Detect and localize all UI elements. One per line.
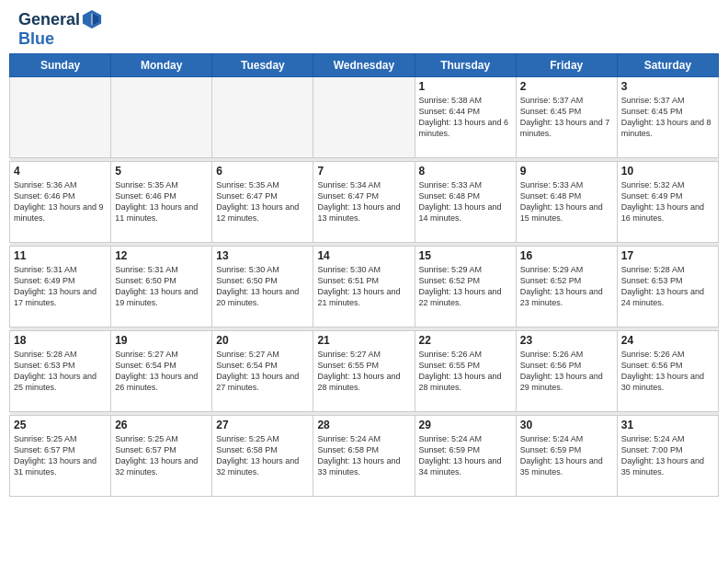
- table-row: 22 Sunrise: 5:26 AM Sunset: 6:55 PM Dayl…: [415, 331, 516, 412]
- day-number: 16: [520, 249, 613, 262]
- day-info: Sunrise: 5:38 AM Sunset: 6:44 PM Dayligh…: [419, 95, 512, 140]
- table-row: 13 Sunrise: 5:30 AM Sunset: 6:50 PM Dayl…: [212, 247, 313, 327]
- day-number: 1: [419, 80, 512, 93]
- table-row: 8 Sunrise: 5:33 AM Sunset: 6:48 PM Dayli…: [415, 162, 516, 243]
- table-row: [10, 77, 111, 158]
- day-number: 21: [317, 334, 410, 347]
- table-row: [313, 77, 415, 158]
- calendar-week-row: 25 Sunrise: 5:25 AM Sunset: 6:57 PM Dayl…: [10, 416, 719, 497]
- day-info: Sunrise: 5:26 AM Sunset: 6:56 PM Dayligh…: [621, 349, 714, 394]
- table-row: 29 Sunrise: 5:24 AM Sunset: 6:59 PM Dayl…: [415, 416, 516, 497]
- day-info: Sunrise: 5:29 AM Sunset: 6:52 PM Dayligh…: [419, 264, 512, 309]
- logo: General Blue: [18, 9, 102, 49]
- table-row: 4 Sunrise: 5:36 AM Sunset: 6:46 PM Dayli…: [10, 162, 111, 243]
- day-number: 20: [216, 334, 309, 347]
- day-number: 14: [317, 249, 410, 262]
- header-tuesday: Tuesday: [212, 54, 313, 77]
- day-info: Sunrise: 5:37 AM Sunset: 6:45 PM Dayligh…: [621, 95, 714, 140]
- day-info: Sunrise: 5:24 AM Sunset: 7:00 PM Dayligh…: [621, 433, 714, 478]
- logo-general: General: [18, 10, 80, 29]
- day-number: 10: [621, 165, 714, 178]
- table-row: 10 Sunrise: 5:32 AM Sunset: 6:49 PM Dayl…: [617, 162, 718, 243]
- day-info: Sunrise: 5:25 AM Sunset: 6:57 PM Dayligh…: [14, 433, 107, 478]
- logo-icon: [82, 9, 102, 29]
- day-number: 15: [419, 249, 512, 262]
- table-row: 3 Sunrise: 5:37 AM Sunset: 6:45 PM Dayli…: [617, 77, 718, 158]
- day-number: 19: [115, 334, 208, 347]
- table-row: 7 Sunrise: 5:34 AM Sunset: 6:47 PM Dayli…: [313, 162, 415, 243]
- table-row: 14 Sunrise: 5:30 AM Sunset: 6:51 PM Dayl…: [313, 247, 415, 327]
- calendar: Sunday Monday Tuesday Wednesday Thursday…: [0, 53, 728, 506]
- day-info: Sunrise: 5:29 AM Sunset: 6:52 PM Dayligh…: [520, 264, 613, 309]
- day-info: Sunrise: 5:26 AM Sunset: 6:56 PM Dayligh…: [520, 349, 613, 394]
- day-info: Sunrise: 5:27 AM Sunset: 6:55 PM Dayligh…: [317, 349, 410, 394]
- table-row: 6 Sunrise: 5:35 AM Sunset: 6:47 PM Dayli…: [212, 162, 313, 243]
- day-number: 17: [621, 249, 714, 262]
- day-info: Sunrise: 5:28 AM Sunset: 6:53 PM Dayligh…: [14, 349, 107, 394]
- day-info: Sunrise: 5:28 AM Sunset: 6:53 PM Dayligh…: [621, 264, 714, 309]
- day-info: Sunrise: 5:24 AM Sunset: 6:58 PM Dayligh…: [317, 433, 410, 478]
- table-row: 25 Sunrise: 5:25 AM Sunset: 6:57 PM Dayl…: [10, 416, 111, 497]
- table-row: [111, 77, 212, 158]
- day-info: Sunrise: 5:35 AM Sunset: 6:47 PM Dayligh…: [216, 179, 309, 224]
- table-row: 11 Sunrise: 5:31 AM Sunset: 6:49 PM Dayl…: [10, 247, 111, 327]
- calendar-week-row: 18 Sunrise: 5:28 AM Sunset: 6:53 PM Dayl…: [10, 331, 719, 412]
- table-row: [212, 77, 313, 158]
- header-sunday: Sunday: [10, 54, 111, 77]
- day-number: 30: [520, 419, 613, 431]
- day-number: 5: [115, 165, 208, 178]
- table-row: 31 Sunrise: 5:24 AM Sunset: 7:00 PM Dayl…: [617, 416, 718, 497]
- table-row: 5 Sunrise: 5:35 AM Sunset: 6:46 PM Dayli…: [111, 162, 212, 243]
- day-number: 7: [317, 165, 410, 178]
- day-info: Sunrise: 5:33 AM Sunset: 6:48 PM Dayligh…: [419, 179, 512, 224]
- day-info: Sunrise: 5:27 AM Sunset: 6:54 PM Dayligh…: [115, 349, 208, 394]
- day-info: Sunrise: 5:34 AM Sunset: 6:47 PM Dayligh…: [317, 179, 410, 224]
- day-info: Sunrise: 5:33 AM Sunset: 6:48 PM Dayligh…: [520, 179, 613, 224]
- day-info: Sunrise: 5:27 AM Sunset: 6:54 PM Dayligh…: [216, 349, 309, 394]
- table-row: 18 Sunrise: 5:28 AM Sunset: 6:53 PM Dayl…: [10, 331, 111, 412]
- day-info: Sunrise: 5:25 AM Sunset: 6:58 PM Dayligh…: [216, 433, 309, 478]
- table-row: 19 Sunrise: 5:27 AM Sunset: 6:54 PM Dayl…: [111, 331, 212, 412]
- table-row: 24 Sunrise: 5:26 AM Sunset: 6:56 PM Dayl…: [617, 331, 718, 412]
- calendar-week-row: 4 Sunrise: 5:36 AM Sunset: 6:46 PM Dayli…: [10, 162, 719, 243]
- calendar-header-row: Sunday Monday Tuesday Wednesday Thursday…: [10, 54, 719, 77]
- day-number: 12: [115, 249, 208, 262]
- day-info: Sunrise: 5:31 AM Sunset: 6:50 PM Dayligh…: [115, 264, 208, 309]
- day-number: 2: [520, 80, 613, 93]
- calendar-week-row: 11 Sunrise: 5:31 AM Sunset: 6:49 PM Dayl…: [10, 247, 719, 327]
- day-number: 22: [419, 334, 512, 347]
- table-row: 1 Sunrise: 5:38 AM Sunset: 6:44 PM Dayli…: [415, 77, 516, 158]
- table-row: 12 Sunrise: 5:31 AM Sunset: 6:50 PM Dayl…: [111, 247, 212, 327]
- table-row: 21 Sunrise: 5:27 AM Sunset: 6:55 PM Dayl…: [313, 331, 415, 412]
- day-info: Sunrise: 5:24 AM Sunset: 6:59 PM Dayligh…: [419, 433, 512, 478]
- table-row: 26 Sunrise: 5:25 AM Sunset: 6:57 PM Dayl…: [111, 416, 212, 497]
- table-row: 27 Sunrise: 5:25 AM Sunset: 6:58 PM Dayl…: [212, 416, 313, 497]
- table-row: 2 Sunrise: 5:37 AM Sunset: 6:45 PM Dayli…: [516, 77, 617, 158]
- logo-wrapper: General Blue: [18, 9, 102, 49]
- table-row: 20 Sunrise: 5:27 AM Sunset: 6:54 PM Dayl…: [212, 331, 313, 412]
- app-container: General Blue Sunday Monday Tuesday Wedne…: [0, 0, 728, 506]
- day-info: Sunrise: 5:25 AM Sunset: 6:57 PM Dayligh…: [115, 433, 208, 478]
- day-number: 9: [520, 165, 613, 178]
- day-number: 28: [317, 419, 410, 431]
- day-number: 3: [621, 80, 714, 93]
- table-row: 15 Sunrise: 5:29 AM Sunset: 6:52 PM Dayl…: [415, 247, 516, 327]
- day-info: Sunrise: 5:35 AM Sunset: 6:46 PM Dayligh…: [115, 179, 208, 224]
- table-row: 17 Sunrise: 5:28 AM Sunset: 6:53 PM Dayl…: [617, 247, 718, 327]
- day-info: Sunrise: 5:26 AM Sunset: 6:55 PM Dayligh…: [419, 349, 512, 394]
- day-info: Sunrise: 5:37 AM Sunset: 6:45 PM Dayligh…: [520, 95, 613, 140]
- day-number: 24: [621, 334, 714, 347]
- day-info: Sunrise: 5:31 AM Sunset: 6:49 PM Dayligh…: [14, 264, 107, 309]
- day-number: 4: [14, 165, 107, 178]
- calendar-week-row: 1 Sunrise: 5:38 AM Sunset: 6:44 PM Dayli…: [10, 77, 719, 158]
- header-monday: Monday: [111, 54, 212, 77]
- day-number: 25: [14, 419, 107, 431]
- header-saturday: Saturday: [617, 54, 718, 77]
- table-row: 30 Sunrise: 5:24 AM Sunset: 6:59 PM Dayl…: [516, 416, 617, 497]
- day-number: 27: [216, 419, 309, 431]
- day-info: Sunrise: 5:30 AM Sunset: 6:50 PM Dayligh…: [216, 264, 309, 309]
- header-friday: Friday: [516, 54, 617, 77]
- table-row: 23 Sunrise: 5:26 AM Sunset: 6:56 PM Dayl…: [516, 331, 617, 412]
- header: General Blue: [0, 0, 728, 53]
- day-number: 31: [621, 419, 714, 431]
